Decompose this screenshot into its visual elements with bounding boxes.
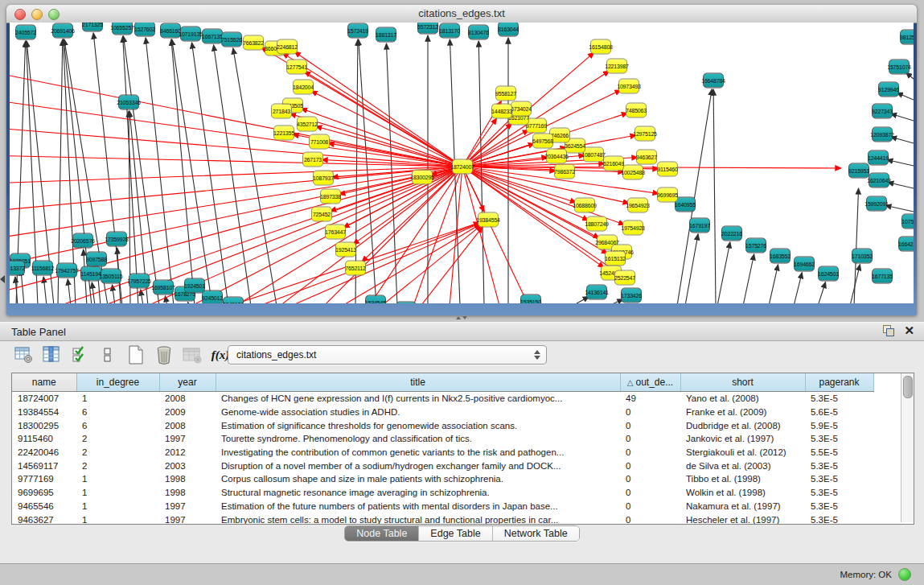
graph-node[interactable]: 11156812 [32, 261, 53, 276]
column-header-pagerank[interactable]: pagerank [805, 373, 873, 392]
table-row[interactable]: 1872400712008Changes of HCN gene express… [12, 392, 901, 406]
graph-node[interactable]: 267173 [302, 152, 323, 167]
table-cell[interactable]: Jankovic et al. (1997) [680, 432, 805, 446]
graph-node[interactable]: 12093872 [872, 127, 893, 142]
graph-node[interactable]: 16210643 [869, 173, 889, 188]
graph-node[interactable]: 6734024 [511, 101, 532, 117]
table-cell[interactable]: 1 [76, 472, 159, 486]
graph-node[interactable]: 271843 [271, 104, 292, 119]
table-scrollbar[interactable] [901, 373, 914, 522]
table-cell[interactable]: 6 [76, 418, 159, 432]
node-table-grid[interactable]: namein_degreeyeartitle△out_de...shortpag… [12, 373, 901, 525]
graph-node[interactable]: 2022216 [721, 226, 742, 241]
table-row[interactable]: 977716911998Corpus callosum shape and si… [12, 472, 901, 486]
panel-collapse-arrow[interactable] [0, 275, 5, 283]
table-cell[interactable]: Corpus callosum shape and size in male p… [216, 472, 620, 486]
graph-node[interactable]: 1075110 [901, 214, 914, 229]
table-cell[interactable]: 0 [620, 446, 680, 459]
graph-node[interactable]: 1710352 [852, 249, 873, 264]
graph-node[interactable]: 7986372 [554, 164, 575, 179]
table-cell[interactable]: 5.3E-5 [805, 392, 873, 406]
table-cell[interactable]: 2003 [159, 459, 216, 472]
table-cell[interactable]: 5.3E-5 [805, 472, 873, 486]
graph-node[interactable]: 1842004 [293, 80, 314, 95]
graph-node[interactable]: 1572419 [347, 23, 368, 39]
graph-node[interactable]: 19754928 [622, 220, 643, 236]
table-cell[interactable]: 1998 [159, 472, 216, 486]
graph-node[interactable]: 19384554 [478, 212, 499, 228]
graph-node[interactable]: 1448233 [491, 104, 512, 119]
table-row[interactable]: 946362711997Embryonic stem cells: a mode… [12, 513, 901, 525]
graph-node[interactable]: 10688609 [574, 198, 595, 213]
table-row[interactable]: 1830029562008Estimation of significance … [12, 418, 901, 432]
new-column-icon[interactable] [125, 344, 146, 365]
table-cell[interactable]: 2008 [159, 392, 216, 406]
graph-node[interactable]: 10025488 [622, 165, 643, 180]
graph-node[interactable]: 10719135 [180, 27, 201, 42]
graph-node[interactable]: 17942757 [56, 263, 77, 278]
graph-node[interactable]: 8130476 [468, 25, 489, 40]
table-cell[interactable]: 0 [620, 513, 680, 525]
graph-node[interactable]: 7515526 [221, 32, 242, 47]
row-select-icon[interactable] [69, 344, 90, 365]
graph-node[interactable]: 15992091 [866, 196, 887, 212]
table-cell[interactable]: 19384554 [12, 406, 76, 419]
graph-node[interactable]: 1664212 [898, 237, 914, 252]
table-cell[interactable]: Yano et al. (2008) [680, 392, 805, 406]
table-cell[interactable]: 0 [620, 406, 680, 419]
table-cell[interactable]: 0 [620, 418, 680, 432]
table-cell[interactable]: Hescheler et al. (1997) [680, 513, 805, 525]
graph-node[interactable]: 2405572 [15, 25, 36, 40]
table-cell[interactable]: 1997 [159, 513, 216, 525]
table-row[interactable]: 1456911722003Disruption of a novel membe… [12, 459, 901, 472]
table-cell[interactable]: 0 [620, 500, 680, 513]
graph-node[interactable]: 16154808 [590, 39, 611, 55]
tab-node-table[interactable]: Node Table [345, 526, 419, 541]
graph-node[interactable]: 1667135 [202, 29, 223, 44]
graph-node[interactable]: 9097588 [86, 252, 107, 267]
graph-node[interactable]: 1087937 [313, 171, 334, 186]
graph-node[interactable]: 14136141 [586, 285, 607, 300]
graph-node[interactable]: 15751074 [889, 60, 910, 75]
table-cell[interactable]: Tourette syndrome. Phenomenology and cla… [216, 432, 620, 446]
table-options-icon[interactable] [13, 344, 34, 365]
table-cell[interactable]: 0 [620, 472, 680, 486]
table-row[interactable]: 946554611997Estimation of the future num… [12, 500, 901, 513]
table-cell[interactable]: Changes of HCN gene expression and I(f) … [216, 392, 620, 406]
graph-node[interactable]: 16648784 [703, 73, 724, 89]
graph-node[interactable]: 1277541 [286, 60, 307, 75]
column-header-year[interactable]: year [159, 373, 216, 392]
graph-node[interactable]: 20206576 [72, 233, 93, 249]
column-header-in_degree[interactable]: in_degree [76, 373, 159, 392]
graph-node[interactable]: 19654923 [627, 198, 648, 213]
table-cell[interactable]: Wolkin et al. (1998) [680, 486, 805, 500]
table-cell[interactable]: 5.9E-5 [805, 418, 873, 432]
table-cell[interactable]: 1 [76, 392, 159, 406]
table-cell[interactable]: 49 [620, 392, 680, 406]
graph-node[interactable]: 725452 [311, 207, 332, 222]
table-cell[interactable]: Structural magnetic resonance image aver… [216, 486, 620, 500]
table-cell[interactable]: 18724007 [12, 392, 76, 406]
table-cell[interactable]: 5.3E-5 [805, 486, 873, 500]
column-header-short[interactable]: short [680, 373, 805, 392]
table-cell[interactable]: 1998 [159, 486, 216, 500]
table-cell[interactable]: 22420046 [12, 446, 76, 459]
graph-node[interactable]: 18724007 [452, 159, 473, 175]
graph-node[interactable]: 9463627 [636, 150, 657, 165]
table-row[interactable]: 1938455462009Genome-wide association stu… [12, 406, 901, 419]
graph-node[interactable]: 9812541 [900, 30, 914, 45]
table-cell[interactable]: 9115460 [12, 432, 76, 446]
graph-node[interactable]: 10655257 [112, 23, 133, 35]
table-row[interactable]: 2242004622012Investigating the contribut… [12, 446, 901, 459]
table-cell[interactable]: 9463627 [12, 513, 76, 525]
table-cell[interactable]: Genome-wide association studies in ADHD. [216, 406, 620, 419]
split-divider-handle[interactable] [455, 316, 468, 321]
table-cell[interactable]: 9465546 [12, 500, 76, 513]
tab-network-table[interactable]: Network Table [493, 526, 579, 541]
delete-column-icon[interactable] [154, 344, 175, 365]
table-cell[interactable]: 2 [76, 459, 159, 472]
table-selector-dropdown[interactable]: citations_edges.txt [228, 345, 547, 365]
table-cell[interactable]: 5.6E-5 [805, 406, 873, 419]
table-cell[interactable]: Nakamura et al. (1997) [680, 500, 805, 513]
graph-node[interactable]: 1244419 [868, 150, 889, 166]
